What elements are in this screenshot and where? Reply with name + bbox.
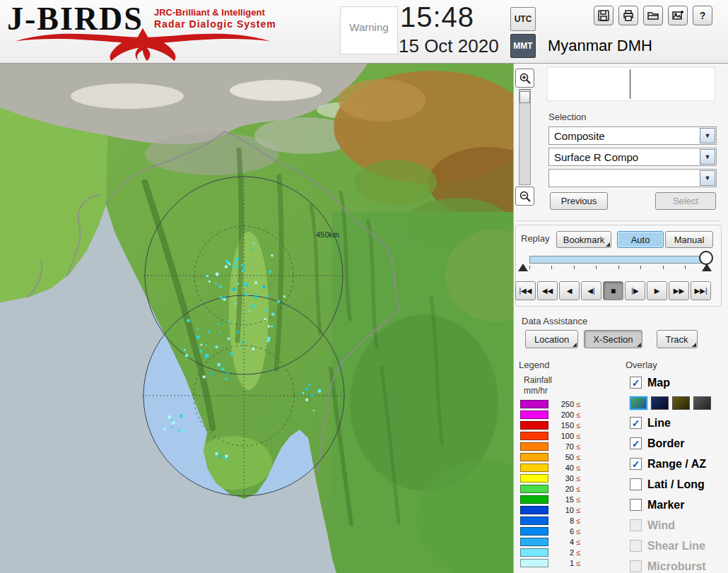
overlay-item-border: ✓Border bbox=[630, 433, 728, 454]
map-style-gray-swatch[interactable] bbox=[693, 396, 711, 410]
playback-last-button[interactable]: ▶▶| bbox=[691, 281, 711, 300]
auto-button[interactable]: Auto bbox=[617, 231, 664, 248]
x-section-button[interactable]: X-Section bbox=[584, 330, 642, 348]
border-checkbox[interactable]: ✓ bbox=[630, 437, 642, 449]
legend-row: 70≤ bbox=[520, 441, 580, 451]
help-button[interactable]: ? bbox=[693, 6, 712, 25]
dropdown-arrow-button[interactable]: ▼ bbox=[700, 128, 715, 143]
legend-color-swatch bbox=[520, 527, 548, 536]
legend-color-swatch bbox=[520, 463, 548, 472]
legend-lte-symbol: ≤ bbox=[576, 400, 580, 408]
zoom-slider-thumb[interactable] bbox=[519, 91, 530, 103]
legend-row: 6≤ bbox=[520, 526, 580, 536]
warning-indicator[interactable]: Warning bbox=[340, 6, 398, 54]
lati-long-checkbox[interactable] bbox=[630, 478, 642, 490]
legend-value: 1 bbox=[553, 559, 574, 567]
playback-fast-forward-button[interactable]: ▶▶ bbox=[669, 281, 689, 300]
legend-lte-symbol: ≤ bbox=[576, 559, 580, 567]
manual-button[interactable]: Manual bbox=[665, 231, 713, 248]
dropdown-arrow-button[interactable]: ▼ bbox=[700, 149, 715, 165]
warning-label: Warning bbox=[349, 21, 388, 33]
print-button[interactable] bbox=[618, 6, 638, 25]
dataset-dropdown[interactable]: Composite ▼ bbox=[548, 126, 717, 145]
legend-value: 4 bbox=[553, 538, 574, 546]
zoom-slider-track[interactable] bbox=[519, 89, 531, 185]
range-az-checkbox[interactable]: ✓ bbox=[630, 458, 642, 470]
product-dropdown[interactable]: Surface R Compo ▼ bbox=[548, 148, 717, 166]
chevron-down-icon: ▼ bbox=[705, 132, 711, 139]
map-checkbox[interactable]: ✓ bbox=[630, 377, 642, 389]
playback-play-reverse-button[interactable]: ◀ bbox=[559, 281, 580, 300]
overlay-item-shear-line: Shear Line bbox=[630, 536, 728, 556]
playback-step-forward-button[interactable]: |▶ bbox=[625, 281, 645, 300]
overlay-item-lati-long: Lati / Long bbox=[630, 474, 728, 495]
location-button[interactable]: Location bbox=[525, 330, 578, 348]
legend-row: 20≤ bbox=[520, 483, 580, 494]
extra-dropdown[interactable]: ▼ bbox=[548, 169, 717, 187]
track-button[interactable]: Track bbox=[657, 330, 698, 348]
legend-value: 30 bbox=[553, 474, 574, 483]
replay-slider-ticks bbox=[529, 266, 708, 269]
legend-color-swatch bbox=[520, 506, 548, 514]
overlay-label: Lati / Long bbox=[647, 478, 705, 491]
marker-checkbox[interactable] bbox=[630, 499, 642, 511]
legend-lte-symbol: ≤ bbox=[576, 538, 580, 546]
map-style-navy-swatch[interactable] bbox=[651, 396, 669, 410]
replay-slider-thumb[interactable] bbox=[699, 251, 713, 265]
map-viewport[interactable]: 450km bbox=[0, 64, 513, 573]
legend-lte-symbol: ≤ bbox=[576, 485, 580, 493]
dropdown-arrow-button[interactable]: ▼ bbox=[700, 170, 715, 186]
jbirds-app: J-BIRDS JRC-Brilliant & Intelligent Rada… bbox=[0, 0, 728, 573]
zoom-in-icon bbox=[519, 72, 532, 85]
replay-slider-track[interactable] bbox=[529, 256, 708, 264]
map-style-olive-swatch[interactable] bbox=[672, 396, 690, 410]
menu-corner-icon bbox=[606, 242, 610, 247]
legend-color-swatch bbox=[520, 559, 548, 567]
overlay-label: Map bbox=[647, 377, 670, 389]
playback-stop-button[interactable]: ■ bbox=[603, 281, 623, 300]
button-label: Location bbox=[534, 334, 569, 345]
playback-play-button[interactable]: ▶ bbox=[647, 281, 667, 300]
product-dropdown-value: Surface R Compo bbox=[554, 151, 638, 163]
menu-corner-icon bbox=[573, 343, 577, 347]
zoom-in-button[interactable] bbox=[515, 69, 534, 88]
dataset-dropdown-value: Composite bbox=[554, 130, 605, 142]
playback-rewind-button[interactable]: ◀◀ bbox=[537, 281, 558, 300]
map-style-terrain-swatch[interactable] bbox=[630, 396, 647, 410]
legend-unit-line1: Rainfall bbox=[524, 375, 552, 385]
previous-button[interactable]: Previous bbox=[550, 192, 608, 210]
legend-color-swatch bbox=[520, 516, 548, 525]
legend-value: 200 bbox=[553, 410, 574, 419]
legend-lte-symbol: ≤ bbox=[576, 463, 580, 472]
line-checkbox[interactable]: ✓ bbox=[630, 417, 642, 429]
playback-step-back-button[interactable]: ◀| bbox=[581, 281, 601, 300]
playback-first-button[interactable]: |◀◀ bbox=[515, 281, 536, 300]
mmt-toggle-button[interactable]: MMT bbox=[510, 34, 536, 58]
legend-lte-symbol: ≤ bbox=[576, 453, 580, 461]
organization-name: Myanmar DMH bbox=[548, 37, 652, 55]
legend-lte-symbol: ≤ bbox=[576, 474, 580, 483]
overlay-item-marker: Marker bbox=[630, 495, 728, 515]
message-display bbox=[547, 67, 715, 101]
add-image-button[interactable] bbox=[668, 6, 688, 25]
legend-lte-symbol: ≤ bbox=[576, 516, 580, 525]
legend-row: 15≤ bbox=[520, 494, 580, 504]
shear-line-checkbox bbox=[630, 540, 642, 552]
save-button[interactable] bbox=[594, 6, 613, 25]
data-assistance-buttons: LocationX-SectionTrack bbox=[525, 330, 703, 348]
legend-row: 4≤ bbox=[520, 536, 580, 547]
legend-color-swatch bbox=[520, 432, 548, 440]
open-file-button[interactable] bbox=[643, 6, 663, 25]
legend-row: 50≤ bbox=[520, 451, 580, 462]
legend-lte-symbol: ≤ bbox=[576, 506, 580, 514]
utc-toggle-button[interactable]: UTC bbox=[510, 7, 536, 31]
legend-row: 40≤ bbox=[520, 462, 580, 473]
print-icon bbox=[622, 9, 635, 22]
bookmark-button[interactable]: Bookmark bbox=[556, 231, 611, 248]
zoom-out-button[interactable] bbox=[515, 187, 534, 206]
select-button[interactable]: Select bbox=[655, 192, 716, 210]
legend-lte-symbol: ≤ bbox=[576, 527, 580, 536]
legend-row: 1≤ bbox=[520, 557, 580, 568]
legend-color-swatch bbox=[520, 421, 548, 430]
legend-color-swatch bbox=[520, 538, 548, 546]
